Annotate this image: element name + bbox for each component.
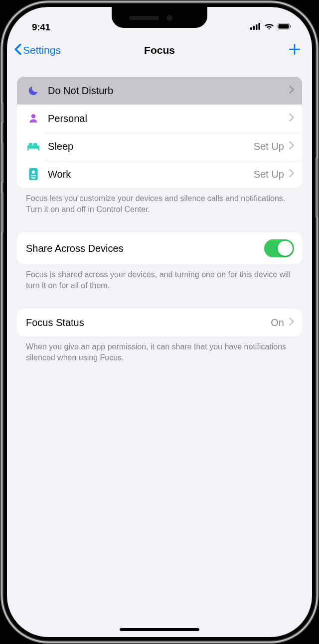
moon-icon [26, 85, 41, 97]
svg-rect-15 [31, 175, 36, 176]
wifi-icon [264, 23, 274, 32]
svg-rect-12 [33, 143, 37, 146]
focus-modes-footer: Focus lets you customize your devices an… [17, 188, 302, 215]
svg-point-14 [32, 170, 35, 174]
focus-mode-row[interactable]: Do Not Disturb [17, 77, 302, 105]
focus-mode-label: Do Not Disturb [48, 85, 289, 97]
svg-rect-2 [256, 24, 258, 30]
focus-mode-label: Sleep [48, 141, 254, 152]
chevron-right-icon [289, 113, 294, 123]
focus-mode-row[interactable]: SleepSet Up [17, 132, 302, 160]
svg-rect-3 [259, 23, 261, 30]
back-label: Settings [23, 44, 61, 56]
share-across-devices-toggle[interactable] [264, 239, 294, 257]
focus-status-group: Focus Status On [17, 309, 302, 336]
share-devices-footer: Focus is shared across your devices, and… [17, 264, 302, 291]
svg-rect-8 [27, 145, 39, 149]
cellular-icon [250, 23, 261, 32]
svg-rect-6 [290, 25, 291, 28]
focus-mode-label: Work [48, 169, 254, 180]
navigation-bar: Settings Focus [7, 37, 312, 65]
focus-mode-label: Personal [48, 113, 289, 124]
badge-icon [26, 168, 41, 181]
focus-mode-detail: Set Up [254, 169, 284, 180]
notch [112, 7, 207, 28]
chevron-right-icon [289, 169, 294, 179]
svg-rect-5 [279, 24, 289, 29]
chevron-right-icon [289, 141, 294, 151]
bed-icon [26, 141, 41, 151]
svg-rect-10 [38, 149, 39, 151]
battery-icon [277, 23, 292, 32]
share-devices-group: Share Across Devices [17, 232, 302, 264]
svg-rect-16 [31, 178, 36, 179]
focus-status-row[interactable]: Focus Status On [17, 309, 302, 336]
focus-status-value: On [271, 317, 284, 328]
back-button[interactable]: Settings [14, 43, 61, 58]
status-time: 9:41 [32, 22, 50, 33]
focus-modes-list: Do Not DisturbPersonalSleepSet UpWorkSet… [17, 77, 302, 188]
chevron-left-icon [14, 43, 22, 58]
svg-rect-11 [29, 143, 32, 146]
svg-rect-0 [250, 27, 252, 30]
plus-icon [288, 49, 301, 57]
status-icons [250, 23, 292, 32]
focus-mode-detail: Set Up [254, 141, 284, 152]
focus-status-footer: When you give an app permission, it can … [17, 336, 302, 363]
focus-mode-row[interactable]: WorkSet Up [17, 160, 302, 188]
chevron-right-icon [289, 86, 294, 96]
person-icon [26, 113, 41, 124]
page-title: Focus [144, 44, 175, 56]
focus-mode-row[interactable]: Personal [17, 105, 302, 132]
svg-point-7 [31, 114, 35, 118]
share-across-devices-label: Share Across Devices [26, 243, 264, 254]
home-indicator[interactable] [120, 628, 199, 631]
svg-rect-1 [253, 26, 255, 30]
chevron-right-icon [289, 318, 294, 327]
add-button[interactable] [288, 43, 301, 58]
svg-rect-9 [27, 149, 29, 151]
share-across-devices-row[interactable]: Share Across Devices [17, 232, 302, 264]
focus-status-label: Focus Status [26, 317, 271, 328]
